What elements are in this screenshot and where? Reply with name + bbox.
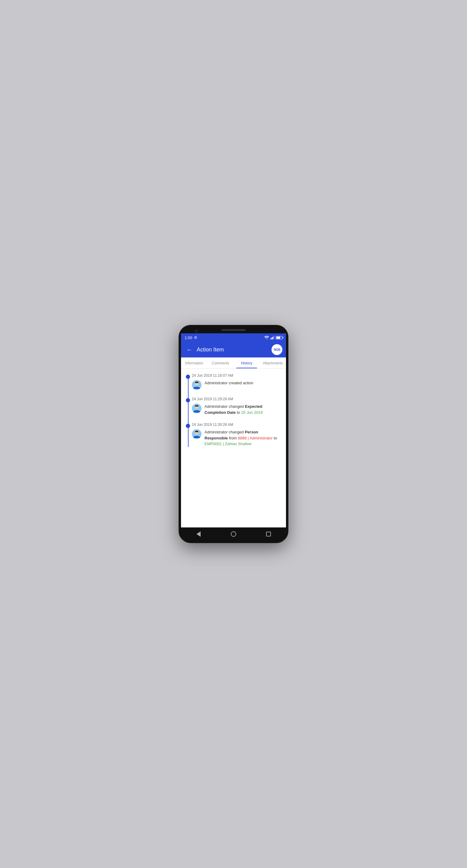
svg-rect-3 (273, 336, 274, 339)
avatar (192, 380, 202, 390)
timeline-text: Administrator changed Person Responsible… (205, 429, 281, 447)
signal-icon (270, 336, 274, 339)
phone: 1:00 ⚙ (179, 326, 288, 542)
tab-attachments[interactable]: Attachments (260, 358, 286, 368)
bottom-nav (181, 527, 286, 541)
timeline-date: 24 Jun 2019 11:30:26 AM (192, 423, 281, 427)
history-content: 24 Jun 2019 11:16:07 AM (181, 369, 286, 527)
tabs: Information Comments History Attachments (181, 358, 286, 369)
timeline-item: 24 Jun 2019 11:30:26 AM (192, 423, 281, 447)
timeline-item: 24 Jun 2019 11:16:07 AM (192, 373, 281, 390)
avatar (192, 429, 202, 439)
wifi-icon (264, 336, 269, 339)
back-nav-icon (196, 531, 201, 537)
avatar-svg (192, 429, 202, 439)
timeline-entry: Administrator changed Person Responsible… (192, 429, 281, 447)
scene: 1:00 ⚙ (170, 304, 297, 564)
app-title: Action Item (197, 347, 271, 353)
timeline: 24 Jun 2019 11:16:07 AM (186, 373, 281, 447)
svg-rect-0 (270, 338, 271, 339)
timeline-entry: Administrator changed Expected Completio… (192, 404, 281, 415)
timeline-dot (186, 375, 190, 379)
avatar (192, 404, 202, 413)
speaker (222, 329, 245, 331)
timeline-dot (186, 398, 190, 402)
home-nav-button[interactable] (228, 528, 239, 540)
svg-rect-1 (271, 338, 272, 339)
timeline-line (188, 376, 188, 447)
timeline-text: Administrator changed Expected Completio… (205, 404, 281, 415)
tab-information[interactable]: Information (181, 358, 207, 368)
status-icons (264, 336, 282, 339)
svg-rect-2 (272, 337, 273, 339)
app-bar: ← Action Item SOS (181, 342, 286, 358)
battery-icon (276, 336, 282, 339)
status-bar: 1:00 ⚙ (181, 333, 286, 342)
timeline-item: 24 Jun 2019 11:29:26 AM (192, 397, 281, 415)
gear-icon: ⚙ (194, 336, 197, 340)
back-button[interactable]: ← (185, 346, 194, 353)
tab-comments[interactable]: Comments (207, 358, 233, 368)
back-nav-button[interactable] (193, 528, 205, 540)
recents-nav-button[interactable] (262, 528, 274, 540)
timeline-date: 24 Jun 2019 11:29:26 AM (192, 397, 281, 401)
timeline-entry: Administrator created action (192, 380, 281, 390)
status-time: 1:00 (185, 336, 192, 340)
timeline-text: Administrator created action (205, 380, 281, 386)
timeline-date: 24 Jun 2019 11:16:07 AM (192, 373, 281, 378)
avatar-svg (192, 404, 202, 413)
recents-nav-icon (266, 532, 271, 536)
tab-history[interactable]: History (233, 358, 260, 368)
sos-badge: SOS (271, 344, 282, 355)
avatar-svg (192, 380, 202, 390)
camera (195, 330, 198, 333)
home-nav-icon (231, 531, 236, 537)
timeline-dot (186, 424, 190, 428)
phone-screen: 1:00 ⚙ (181, 333, 286, 541)
